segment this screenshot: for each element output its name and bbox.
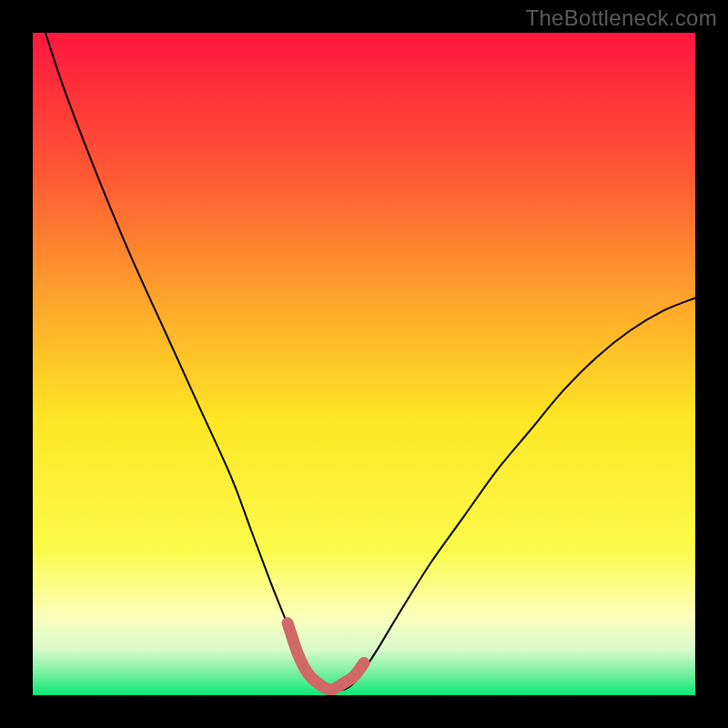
- chart-frame: TheBottleneck.com: [0, 0, 728, 728]
- plot-background: [32, 32, 696, 696]
- bottleneck-chart: [0, 0, 728, 728]
- watermark-text: TheBottleneck.com: [525, 5, 717, 31]
